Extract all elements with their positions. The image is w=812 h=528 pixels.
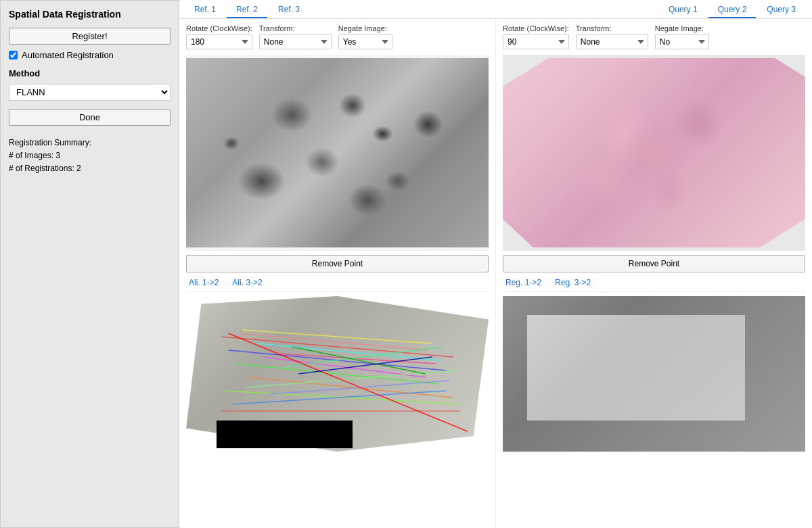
right-rotate-label: Rotate (ClockWise):	[503, 24, 569, 32]
left-rotate-select[interactable]: 180 0 90 270	[186, 34, 252, 49]
tab-query2[interactable]: Query 2	[708, 2, 757, 18]
right-rotate-group: Rotate (ClockWise): 0 90 180 270	[503, 24, 569, 49]
left-rotate-group: Rotate (ClockWise): 180 0 90 270	[186, 24, 252, 49]
left-panel: Rotate (ClockWise): 180 0 90 270 Transfo…	[179, 19, 496, 528]
histology-image	[503, 58, 805, 247]
left-transform-group: Transform: None Horizontal Flip Vertical…	[259, 24, 332, 49]
method-select[interactable]: FLANN BF ORB	[9, 84, 171, 101]
right-panel: Rotate (ClockWise): 0 90 180 270 Transfo…	[496, 19, 812, 528]
right-remove-point-button[interactable]: Remove Point	[503, 255, 805, 272]
svg-line-0	[221, 337, 453, 357]
left-negate-select[interactable]: Yes No	[338, 34, 392, 49]
right-subtab-reg32[interactable]: Reg. 3->2	[552, 277, 593, 289]
svg-line-10	[246, 370, 457, 387]
left-top-image	[186, 55, 489, 251]
tab-ref1[interactable]: Ref. 1	[185, 2, 225, 18]
main-content: Ref. 1 Ref. 2 Ref. 3 Query 1 Query 2 Que…	[179, 0, 812, 528]
tab-query3[interactable]: Query 3	[757, 2, 805, 18]
right-negate-group: Negate Image: Yes No	[655, 24, 709, 49]
left-subtab-ali12[interactable]: Ali. 1->2	[186, 277, 221, 289]
summary-registrations: # of Registrations: 2	[9, 162, 171, 175]
tab-bar: Ref. 1 Ref. 2 Ref. 3 Query 1 Query 2 Que…	[179, 0, 812, 19]
summary-title: Registration Summary:	[9, 137, 171, 149]
panels-container: Rotate (ClockWise): 180 0 90 270 Transfo…	[179, 19, 812, 528]
left-rotate-label: Rotate (ClockWise):	[186, 24, 252, 32]
right-negate-select[interactable]: Yes No	[655, 34, 709, 49]
tab-ref3[interactable]: Ref. 3	[269, 2, 309, 18]
left-controls: Rotate (ClockWise): 180 0 90 270 Transfo…	[186, 24, 489, 49]
right-negate-label: Negate Image:	[655, 24, 709, 32]
sidebar: Spatial Data Registration Register! Auto…	[0, 0, 179, 528]
right-transform-label: Transform:	[576, 24, 648, 32]
left-remove-point-button[interactable]: Remove Point	[186, 255, 489, 272]
automated-registration-checkbox[interactable]	[9, 51, 18, 59]
registration-summary: Registration Summary: # of Images: 3 # o…	[9, 137, 171, 176]
right-controls: Rotate (ClockWise): 0 90 180 270 Transfo…	[503, 24, 805, 49]
svg-line-9	[239, 333, 429, 350]
right-top-image	[503, 55, 805, 251]
svg-line-4	[250, 377, 453, 398]
right-bottom-image	[503, 296, 805, 452]
registered-overlay	[527, 315, 745, 421]
microscopy-image	[186, 58, 489, 247]
tab-ref2[interactable]: Ref. 2	[227, 2, 267, 18]
right-transform-group: Transform: None Horizontal Flip Vertical…	[576, 24, 648, 49]
method-label: Method	[9, 68, 171, 78]
left-transform-select[interactable]: None Horizontal Flip Vertical Flip	[259, 34, 332, 49]
left-negate-group: Negate Image: Yes No	[338, 24, 392, 49]
right-transform-select[interactable]: None Horizontal Flip Vertical Flip	[576, 34, 648, 49]
automated-registration-row: Automated Registration	[9, 50, 171, 60]
black-rectangle	[217, 421, 353, 448]
done-button[interactable]: Done	[9, 109, 171, 126]
left-bottom-image	[186, 296, 489, 452]
left-sub-tabs: Ali. 1->2 Ali. 3->2	[186, 277, 489, 292]
left-negate-label: Negate Image:	[338, 24, 392, 32]
right-rotate-select[interactable]: 0 90 180 270	[503, 34, 569, 49]
tab-query1[interactable]: Query 1	[659, 2, 707, 18]
summary-images: # of Images: 3	[9, 149, 171, 162]
right-subtab-reg12[interactable]: Reg. 1->2	[503, 277, 544, 289]
automated-registration-label: Automated Registration	[22, 50, 114, 60]
sidebar-title: Spatial Data Registration	[9, 9, 171, 20]
left-transform-label: Transform:	[259, 24, 332, 32]
right-sub-tabs: Reg. 1->2 Reg. 3->2	[503, 277, 805, 292]
register-button[interactable]: Register!	[9, 28, 171, 45]
left-subtab-ali32[interactable]: Ali. 3->2	[229, 277, 265, 289]
